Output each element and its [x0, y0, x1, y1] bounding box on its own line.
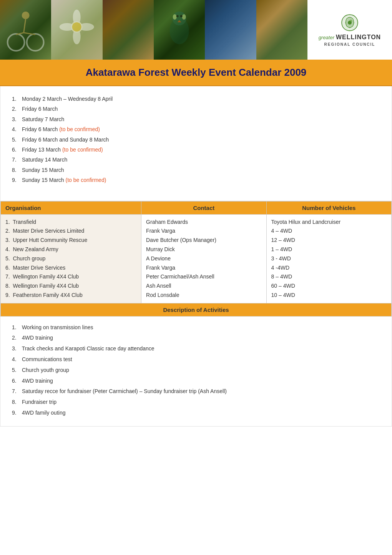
list-item: Ash Ansell	[146, 282, 261, 291]
list-item: 1. Working on transmission lines	[12, 322, 380, 333]
list-item: 4 – 4WD	[271, 227, 387, 236]
dates-section: 1. Monday 2 March – Wednesday 8 April 2.…	[0, 86, 392, 201]
col-header-organisation: Organisation	[1, 201, 141, 214]
list-item: 7. Wellington Family 4X4 Club	[5, 272, 136, 282]
svg-line-3	[24, 19, 26, 33]
list-item: 60 – 4WD	[271, 282, 387, 291]
list-item: 9. Sunday 15 March (to be confirmed)	[12, 175, 380, 185]
list-item: 4 -4WD	[271, 263, 387, 273]
data-table-wrapper: Organisation Contact Number of Vehicles …	[0, 201, 392, 317]
list-item: 6. 4WD training	[12, 376, 380, 387]
logo-subtitle: REGIONAL COUNCIL	[324, 42, 375, 47]
cell-organisations: 1. Transfield 2. Master Drive Services L…	[1, 214, 141, 303]
list-item: 1. Monday 2 March – Wednesday 8 April	[12, 94, 380, 104]
list-item: 12 – 4WD	[271, 236, 387, 245]
logo-brand-text: greater WELLINGTON	[319, 34, 381, 41]
svg-point-15	[182, 14, 186, 20]
list-item: 5. Friday 6 March and Sunday 8 March	[12, 135, 380, 145]
photo-bird	[154, 0, 205, 60]
list-item: Frank Varga	[146, 263, 261, 273]
list-item: 3 - 4WD	[271, 254, 387, 263]
logo-icon	[340, 13, 359, 32]
list-item: 1. Transfield	[5, 218, 136, 227]
confirmed-text: (to be confirmed)	[59, 126, 100, 132]
list-item: 1 – 4WD	[271, 245, 387, 254]
svg-point-0	[8, 34, 25, 51]
list-item: 8. Fundraiser trip	[12, 397, 380, 408]
list-item: 3. Track checks and Karapoti Classic rac…	[12, 343, 380, 354]
list-item: 8 – 4WD	[271, 272, 387, 282]
list-item: 5. Church group	[5, 254, 136, 263]
svg-point-2	[22, 12, 30, 19]
page-header: greater WELLINGTON REGIONAL COUNCIL	[0, 0, 392, 60]
list-item: 2. 4WD training	[12, 333, 380, 343]
svg-point-20	[348, 21, 352, 25]
table-row: 1. Transfield 2. Master Drive Services L…	[1, 214, 392, 303]
date-list: 1. Monday 2 March – Wednesday 8 April 2.…	[12, 94, 380, 185]
list-item: 4. Friday 6 March (to be confirmed)	[12, 124, 380, 134]
logo-name: WELLINGTON	[336, 34, 381, 40]
list-item: 4. Communications test	[12, 354, 380, 365]
cell-vehicles: Toyota Hilux and Landcruiser 4 – 4WD 12 …	[266, 214, 391, 303]
list-item: Toyota Hilux and Landcruiser	[271, 218, 387, 227]
list-item: 3. Saturday 7 March	[12, 114, 380, 124]
header-photos	[0, 0, 307, 60]
list-item: Murray Dick	[146, 245, 261, 254]
photo-flower	[51, 0, 102, 60]
list-item: Dave Butcher (Ops Manager)	[146, 236, 261, 245]
list-item: 8. Sunday 15 March	[12, 165, 380, 175]
list-item: 8. Wellington Family 4X4 Club	[5, 282, 136, 291]
photo-child	[103, 0, 154, 60]
logo-container: greater WELLINGTON REGIONAL COUNCIL	[319, 13, 381, 47]
vehicle-list: Toyota Hilux and Landcruiser 4 – 4WD 12 …	[271, 218, 387, 300]
list-item: 9. Featherston Family 4X4 Club	[5, 291, 136, 300]
list-item: A Devione	[146, 254, 261, 263]
data-table: Organisation Contact Number of Vehicles …	[0, 201, 392, 303]
confirmed-text: (to be confirmed)	[62, 147, 103, 153]
logo-brand: greater	[319, 35, 334, 40]
list-item: 5. Church youth group	[12, 365, 380, 376]
photo-person	[256, 0, 307, 60]
list-item: 4. New Zealand Army	[5, 245, 136, 254]
title-bar: Akatarawa Forest Weekly Event Calendar 2…	[0, 60, 392, 86]
svg-point-17	[180, 15, 183, 17]
col-header-vehicles: Number of Vehicles	[266, 201, 391, 214]
org-list: 1. Transfield 2. Master Drive Services L…	[5, 218, 136, 300]
svg-point-11	[72, 22, 81, 32]
contact-list: Graham Edwards Frank Varga Dave Butcher …	[146, 218, 261, 300]
svg-point-1	[27, 34, 44, 51]
list-item: 6. Master Drive Services	[5, 263, 136, 273]
list-item: 3. Upper Hutt Community Rescue	[5, 236, 136, 245]
list-item: 7. Saturday 14 March	[12, 155, 380, 165]
list-item: 10 – 4WD	[271, 291, 387, 300]
header-logo: greater WELLINGTON REGIONAL COUNCIL	[307, 0, 392, 60]
description-section: 1. Working on transmission lines 2. 4WD …	[0, 317, 392, 427]
list-item: 6. Friday 13 March (to be confirmed)	[12, 145, 380, 155]
svg-point-16	[176, 15, 179, 17]
svg-point-14	[173, 14, 177, 20]
description-list: 1. Working on transmission lines 2. 4WD …	[12, 322, 380, 418]
photo-water	[205, 0, 256, 60]
list-item: Rod Lonsdale	[146, 291, 261, 300]
page-title: Akatarawa Forest Weekly Event Calendar 2…	[8, 67, 384, 78]
list-item: Peter Carmichael/Ash Ansell	[146, 272, 261, 282]
col-header-contact: Contact	[141, 201, 266, 214]
list-item: Frank Varga	[146, 227, 261, 236]
list-item: 2. Friday 6 March	[12, 104, 380, 114]
list-item: 2. Master Drive Services Limited	[5, 227, 136, 236]
list-item: 9. 4WD family outing	[12, 408, 380, 418]
description-header: Description of Activities	[0, 303, 392, 317]
cell-contacts: Graham Edwards Frank Varga Dave Butcher …	[141, 214, 266, 303]
table-header-row: Organisation Contact Number of Vehicles	[1, 201, 392, 214]
list-item: 7. Saturday recce for fundraiser (Peter …	[12, 386, 380, 397]
list-item: Graham Edwards	[146, 218, 261, 227]
photo-cycling	[0, 0, 51, 60]
confirmed-text: (to be confirmed)	[66, 177, 106, 183]
